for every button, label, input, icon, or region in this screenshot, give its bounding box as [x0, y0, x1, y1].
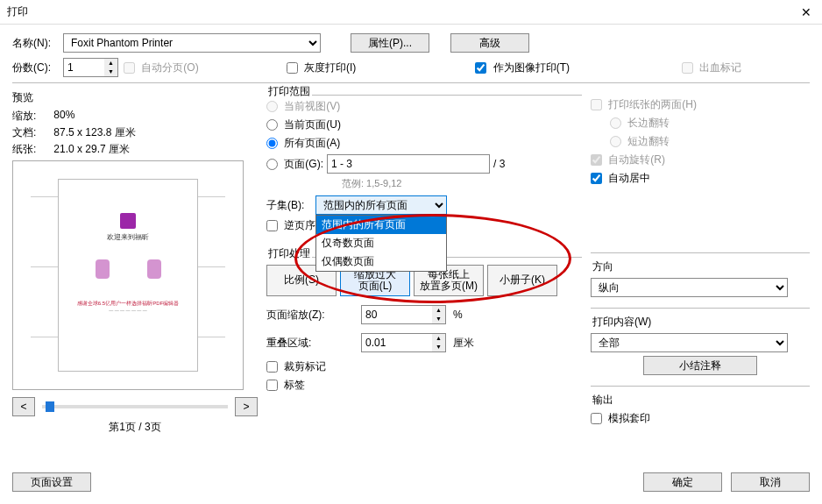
pages-input[interactable] [327, 154, 490, 174]
prev-page-button[interactable]: < [12, 397, 35, 416]
page-zoom-stepper[interactable]: ▲▼ [361, 305, 446, 324]
properties-button[interactable]: 属性(P)... [351, 33, 429, 53]
close-icon[interactable]: ✕ [797, 5, 815, 19]
pages-total: / 3 [493, 158, 505, 170]
pages-radio[interactable]: 页面(G): [266, 157, 323, 172]
copies-up-icon[interactable]: ▲ [104, 59, 117, 67]
pages-example: 范例: 1,5-9,12 [342, 177, 582, 190]
doc-label: 文档: [12, 125, 36, 140]
preview-title: 预览 [12, 90, 258, 105]
subset-option-odd[interactable]: 仅奇数页面 [316, 234, 446, 252]
page-zoom-unit: % [453, 309, 463, 321]
preview-page: 欢迎来到福昕 感谢全球6.5亿用户一样选择福昕PDF编辑器 — — — — — … [58, 179, 198, 372]
overlap-unit: 厘米 [453, 336, 474, 351]
subset-option-even[interactable]: 仅偶数页面 [316, 252, 446, 271]
current-view-radio: 当前视图(V) [266, 99, 340, 114]
preview-canvas: 欢迎来到福昕 感谢全球6.5亿用户一样选择福昕PDF编辑器 — — — — — … [12, 160, 244, 390]
page-zoom-label: 页面缩放(Z): [266, 308, 354, 323]
copies-down-icon[interactable]: ▼ [104, 67, 117, 76]
page-indicator: 第1页 / 3页 [12, 420, 258, 435]
cancel-button[interactable]: 取消 [731, 472, 810, 492]
copies-label: 份数(C): [12, 60, 63, 75]
range-title: 打印范围 [266, 84, 312, 99]
name-label: 名称(N): [12, 36, 63, 51]
duplex-checkbox: 打印纸张的两面(H) [591, 98, 697, 110]
current-page-radio[interactable]: 当前页面(U) [266, 117, 341, 132]
print-content-title: 打印内容(W) [591, 315, 653, 330]
long-edge-radio: 长边翻转 [610, 116, 670, 131]
subset-label: 子集(B): [266, 198, 312, 213]
orientation-title: 方向 [591, 259, 615, 274]
overlap-stepper[interactable]: ▲▼ [361, 333, 446, 352]
printer-select[interactable]: Foxit Phantom Printer [63, 33, 321, 53]
summary-button[interactable]: 小结注释 [643, 356, 757, 375]
short-edge-radio: 短边翻转 [610, 134, 670, 149]
handling-title: 打印处理 [266, 246, 312, 261]
all-pages-radio[interactable]: 所有页面(A) [266, 136, 340, 151]
bleed-checkbox: 出血标记 [682, 60, 741, 75]
overlap-label: 重叠区域: [266, 336, 354, 351]
tab-booklet[interactable]: 小册子(K) [487, 265, 557, 296]
paper-value: 21.0 x 29.7 厘米 [53, 142, 130, 157]
ok-button[interactable]: 确定 [643, 472, 722, 492]
paper-label: 纸张: [12, 142, 36, 157]
print-content-select[interactable]: 全部 [591, 333, 788, 352]
subset-select[interactable]: 范围内的所有页面 [315, 195, 447, 215]
collate-checkbox: 自动分页(O) [124, 60, 199, 75]
orientation-select[interactable]: 纵向 [591, 278, 788, 297]
advanced-button[interactable]: 高级 [450, 33, 529, 53]
doc-value: 87.5 x 123.8 厘米 [53, 125, 135, 140]
output-title: 输出 [591, 393, 615, 408]
crop-marks-checkbox[interactable]: 裁剪标记 [266, 359, 326, 374]
page-slider[interactable] [42, 405, 228, 408]
scale-label: 缩放: [12, 109, 36, 124]
dialog-title: 打印 [7, 4, 797, 19]
subset-dropdown[interactable]: 范围内的所有页面 仅奇数页面 仅偶数页面 [315, 215, 447, 272]
as-image-checkbox[interactable]: 作为图像打印(T) [475, 60, 570, 75]
scale-value: 80% [53, 109, 74, 124]
next-page-button[interactable]: > [235, 397, 258, 416]
subset-option-all[interactable]: 范围内的所有页面 [316, 216, 446, 234]
labels-checkbox[interactable]: 标签 [266, 378, 305, 393]
page-setup-button[interactable]: 页面设置 [12, 472, 91, 492]
auto-rotate-checkbox: 自动旋转(R) [591, 153, 665, 167]
copies-stepper[interactable]: ▲▼ [63, 58, 118, 77]
grayscale-checkbox[interactable]: 灰度打印(I) [287, 60, 357, 75]
auto-center-checkbox[interactable]: 自动居中 [591, 171, 650, 186]
overprint-checkbox[interactable]: 模拟套印 [591, 411, 650, 426]
